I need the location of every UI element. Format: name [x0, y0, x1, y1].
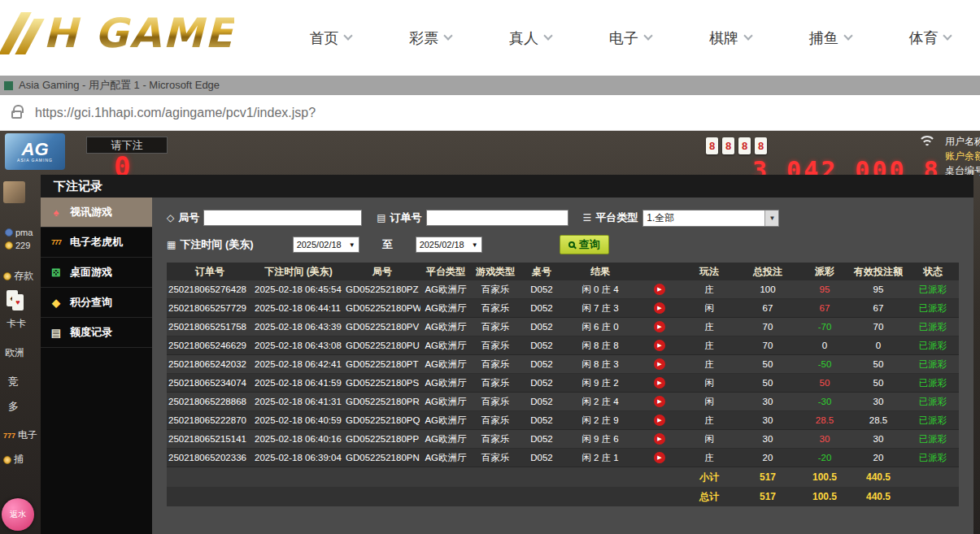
cell-valid-bet: 50 — [850, 378, 907, 388]
replay-button[interactable]: ▶ — [654, 340, 665, 351]
replay-button[interactable]: ▶ — [654, 377, 665, 389]
table-header-11: 派彩 — [799, 265, 850, 279]
sidebar-dianzi[interactable]: 777 电子 — [3, 428, 37, 442]
sidebar-username: pma — [5, 228, 33, 237]
cell-platform: AG欧洲厅 — [420, 415, 471, 427]
cell-replay: ▶ — [637, 340, 682, 351]
cell-replay: ▶ — [637, 284, 682, 295]
panel-title: 下注记录 — [41, 175, 973, 198]
nav-item-2[interactable]: 彩票 — [409, 28, 451, 48]
cell-result: 闲 2 庄 9 — [564, 415, 637, 427]
cell-bet-time: 2025-02-18 06:41:59 — [253, 378, 344, 388]
table-header-10: 总投注 — [736, 265, 799, 279]
list-icon: ☰ — [583, 212, 592, 224]
nav-item-6[interactable]: 捕鱼 — [809, 28, 852, 48]
game-no-label: ◇ 局号 — [167, 211, 199, 225]
rebate-badge[interactable]: 返水 — [2, 498, 34, 531]
chevron-down-icon — [743, 31, 752, 40]
sidebar-duo[interactable]: 多 — [8, 399, 19, 414]
replay-button[interactable]: ▶ — [654, 284, 665, 295]
cell-total-bet: 30 — [736, 415, 799, 425]
order-no-input[interactable] — [426, 210, 568, 226]
platform-type-select[interactable]: 1.全部 ▼ — [642, 210, 779, 227]
cell-bet-time: 2025-02-18 06:42:41 — [253, 359, 344, 369]
cell-table-no: D052 — [520, 397, 564, 406]
table-row: 2502180652466292025-02-18 06:43:08GD0522… — [167, 336, 959, 355]
replay-button[interactable]: ▶ — [654, 321, 665, 332]
user-avatar[interactable] — [3, 181, 25, 203]
cell-order-no: 250218065246629 — [167, 341, 253, 350]
menu-item-4[interactable]: ◆积分查询 — [41, 288, 152, 318]
cell-play: 庄 — [682, 340, 736, 352]
cell-table-no: D052 — [520, 378, 564, 388]
menu-item-3[interactable]: ⚄桌面游戏 — [41, 258, 152, 288]
chevron-down-icon — [543, 31, 552, 40]
cell-table-no: D052 — [520, 434, 564, 444]
replay-button[interactable]: ▶ — [654, 358, 665, 370]
cell-play: 闲 — [682, 396, 736, 408]
url-bar[interactable]: https://gci.1hhapi.com/agingame/pcv1/ind… — [0, 95, 980, 131]
nav-item-label: 电子 — [609, 28, 638, 48]
table-header-5: 游戏类型 — [471, 265, 520, 279]
cell-status: 已派彩 — [907, 433, 959, 445]
chevron-down-icon — [843, 31, 852, 40]
sidebar-jing[interactable]: 竞 — [8, 375, 19, 389]
cell-game-type: 百家乐 — [471, 284, 520, 296]
cell-total-bet: 30 — [736, 434, 799, 444]
nav-item-label: 真人 — [509, 28, 538, 48]
sidebar-europe[interactable]: 欧洲 — [5, 346, 24, 360]
menu-item-5[interactable]: ▤额度记录 — [41, 318, 152, 348]
document-icon: ▤ — [49, 327, 63, 339]
date-to-picker[interactable]: 2025/02/18 ▼ — [416, 237, 482, 253]
total-row-label: 总计 — [682, 490, 736, 504]
cell-valid-bet: 95 — [850, 284, 907, 294]
menu-item-1[interactable]: ♠视讯游戏 — [41, 198, 152, 228]
cell-platform: AG欧洲厅 — [420, 284, 471, 296]
menu-item-2[interactable]: 777电子老虎机 — [41, 228, 152, 258]
date-from-picker[interactable]: 2025/02/18 ▼ — [293, 237, 359, 253]
cell-table-no: D052 — [520, 415, 564, 425]
sidebar-deposit[interactable]: 存款 — [3, 269, 33, 283]
url-text[interactable]: https://gci.1hhapi.com/agingame/pcv1/ind… — [35, 106, 316, 120]
nav-item-5[interactable]: 棋牌 — [709, 28, 751, 48]
nav-item-1[interactable]: 首页 — [309, 28, 351, 48]
replay-button[interactable]: ▶ — [654, 302, 665, 314]
diamond-icon: ◆ — [49, 297, 63, 309]
replay-button[interactable]: ▶ — [654, 433, 665, 445]
game-no-input[interactable] — [203, 210, 362, 226]
clipboard-icon: ▤ — [377, 212, 385, 224]
cell-total-bet: 70 — [736, 322, 799, 332]
table-header-6: 桌号 — [520, 265, 564, 279]
nav-item-4[interactable]: 电子 — [609, 28, 651, 48]
menu-item-label: 视讯游戏 — [70, 205, 112, 219]
site-logo[interactable]: H GAME — [10, 10, 234, 57]
cell-play: 庄 — [682, 415, 736, 427]
replay-button[interactable]: ▶ — [654, 415, 665, 426]
tag-icon: ◇ — [167, 212, 174, 224]
chevron-down-icon — [444, 31, 453, 40]
nav-item-label: 捕鱼 — [809, 28, 838, 48]
cell-platform: AG欧洲厅 — [420, 321, 471, 333]
user-icon — [5, 228, 13, 237]
cell-game-no: GD052252180PS — [344, 378, 420, 388]
cell-replay: ▶ — [637, 433, 682, 445]
query-button[interactable]: 查询 — [560, 235, 609, 254]
cell-valid-bet: 67 — [850, 303, 907, 313]
replay-button[interactable]: ▶ — [654, 396, 665, 407]
nav-item-label: 首页 — [309, 28, 338, 48]
nav-item-7[interactable]: 体育 — [908, 28, 951, 48]
cell-result: 闲 9 庄 2 — [564, 377, 637, 389]
nav-item-3[interactable]: 真人 — [509, 28, 551, 48]
cell-platform: AG欧洲厅 — [420, 302, 471, 315]
cell-play: 庄 — [682, 284, 736, 296]
cell-payout: 28.5 — [799, 415, 850, 425]
cell-platform: AG欧洲厅 — [420, 377, 471, 389]
bet-table: 订单号下注时间 (美东)局号平台类型游戏类型桌号结果玩法总投注派彩有效投注额状态… — [167, 263, 959, 506]
replay-button[interactable]: ▶ — [654, 452, 665, 463]
sidebar-bu[interactable]: 捕 — [3, 453, 24, 467]
cell-game-no: GD052252180PQ — [344, 415, 420, 425]
menu-item-label: 桌面游戏 — [70, 265, 112, 280]
cell-bet-time: 2025-02-18 06:40:59 — [253, 415, 344, 425]
cell-payout: -50 — [799, 359, 850, 369]
sidebar-kaka[interactable]: 卡卡 — [7, 317, 26, 331]
